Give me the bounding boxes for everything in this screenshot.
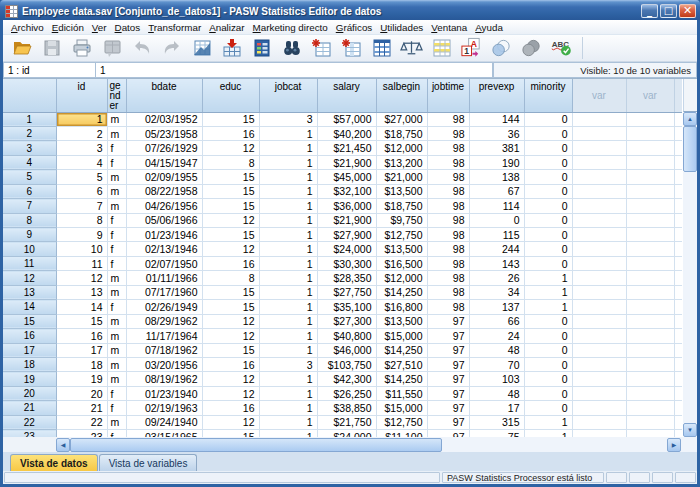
cell-bdate[interactable]: 05/23/1958 [126, 126, 202, 140]
cell-salary[interactable]: $27,900 [317, 228, 376, 242]
cell-gender[interactable]: m [107, 314, 126, 328]
cell-salary[interactable]: $42,300 [317, 372, 376, 386]
cell-var2[interactable] [626, 199, 674, 213]
cell-id[interactable]: 8 [56, 213, 107, 227]
cell-educ[interactable]: 8 [202, 271, 259, 285]
minimize-button[interactable]: _ [641, 4, 658, 18]
cell-jobtime[interactable]: 98 [427, 271, 469, 285]
cell-jobtime[interactable]: 97 [427, 386, 469, 400]
cell-prevexp[interactable]: 143 [469, 256, 524, 270]
cell-var2[interactable] [626, 213, 674, 227]
open-data-button[interactable] [10, 36, 33, 60]
cell-minority[interactable]: 0 [524, 126, 572, 140]
cell-var1[interactable] [572, 357, 626, 371]
cell-prevexp[interactable]: 103 [469, 372, 524, 386]
cell-id[interactable]: 22 [56, 415, 107, 429]
cell-salbegin[interactable]: $15,000 [376, 401, 427, 415]
cell-educ[interactable]: 16 [202, 401, 259, 415]
row-number[interactable]: 15 [3, 314, 56, 328]
recall-dialogs-button[interactable] [100, 36, 123, 60]
row-number[interactable]: 23 [3, 430, 56, 437]
split-file-button[interactable] [370, 36, 393, 60]
cell-prevexp[interactable]: 75 [469, 430, 524, 437]
cell-bdate[interactable]: 03/20/1956 [126, 357, 202, 371]
row-number[interactable]: 18 [3, 357, 56, 371]
cell-salary[interactable]: $57,000 [317, 112, 376, 126]
scroll-down-button[interactable]: ▼ [683, 423, 697, 437]
cell-jobcat[interactable]: 1 [259, 155, 317, 169]
cell-salbegin[interactable]: $12,750 [376, 228, 427, 242]
cell-educ[interactable]: 15 [202, 184, 259, 198]
cell-jobtime[interactable]: 97 [427, 430, 469, 437]
cell-prevexp[interactable]: 48 [469, 343, 524, 357]
cell-jobcat[interactable]: 1 [259, 430, 317, 437]
cell-jobtime[interactable]: 97 [427, 415, 469, 429]
cell-educ[interactable]: 12 [202, 372, 259, 386]
cell-jobtime[interactable]: 98 [427, 300, 469, 314]
column-header-gender[interactable]: gender [107, 79, 126, 112]
cell-minority[interactable]: 0 [524, 184, 572, 198]
cell-jobcat[interactable]: 1 [259, 285, 317, 299]
cell-gender[interactable]: m [107, 126, 126, 140]
cell-bdate[interactable]: 02/26/1949 [126, 300, 202, 314]
cell-salbegin[interactable]: $27,510 [376, 357, 427, 371]
cell-var2[interactable] [626, 300, 674, 314]
cell-prevexp[interactable]: 137 [469, 300, 524, 314]
cell-id[interactable]: 16 [56, 329, 107, 343]
cell-jobtime[interactable]: 98 [427, 213, 469, 227]
column-header-var-11[interactable]: var [626, 79, 674, 112]
cell-jobtime[interactable]: 98 [427, 170, 469, 184]
cell-salbegin[interactable]: $18,750 [376, 199, 427, 213]
cell-minority[interactable]: 0 [524, 112, 572, 126]
cell-salbegin[interactable]: $15,000 [376, 329, 427, 343]
tab-vista-de-variables[interactable]: Vista de variables [99, 454, 198, 471]
cell-var1[interactable] [572, 228, 626, 242]
row-number[interactable]: 13 [3, 285, 56, 299]
menu-marketing-directo[interactable]: Marketing directo [249, 22, 332, 33]
cell-educ[interactable]: 15 [202, 228, 259, 242]
cell-bdate[interactable]: 07/18/1962 [126, 343, 202, 357]
cell-minority[interactable]: 0 [524, 314, 572, 328]
horizontal-scrollbar[interactable]: ◀ ▶ [3, 437, 697, 452]
cell-var1[interactable] [572, 256, 626, 270]
cell-salary[interactable]: $24,000 [317, 430, 376, 437]
cell-bdate[interactable]: 02/03/1952 [126, 112, 202, 126]
cell-salbegin[interactable]: $11,550 [376, 386, 427, 400]
cell-educ[interactable]: 15 [202, 199, 259, 213]
row-number[interactable]: 9 [3, 228, 56, 242]
cell-salary[interactable]: $27,300 [317, 314, 376, 328]
cell-salbegin[interactable]: $9,750 [376, 213, 427, 227]
column-header-salbegin[interactable]: salbegin [376, 79, 427, 112]
row-number[interactable]: 3 [3, 141, 56, 155]
cell-jobtime[interactable]: 97 [427, 329, 469, 343]
cell-gender[interactable]: m [107, 372, 126, 386]
cell-var2[interactable] [626, 170, 674, 184]
cell-bdate[interactable]: 08/29/1962 [126, 314, 202, 328]
cell-jobtime[interactable]: 98 [427, 256, 469, 270]
menu-utilidades[interactable]: Utilidades [376, 22, 427, 33]
cell-educ[interactable]: 12 [202, 213, 259, 227]
cell-prevexp[interactable]: 190 [469, 155, 524, 169]
cell-gender[interactable]: f [107, 141, 126, 155]
cell-salbegin[interactable]: $18,750 [376, 126, 427, 140]
cell-salbegin[interactable]: $13,200 [376, 155, 427, 169]
cell-jobtime[interactable]: 97 [427, 357, 469, 371]
cell-jobcat[interactable]: 1 [259, 401, 317, 415]
cell-minority[interactable]: 0 [524, 199, 572, 213]
cell-var1[interactable] [572, 300, 626, 314]
cell-minority[interactable]: 0 [524, 357, 572, 371]
cell-salbegin[interactable]: $14,250 [376, 343, 427, 357]
cell-var1[interactable] [572, 343, 626, 357]
cell-gender[interactable]: m [107, 415, 126, 429]
cell-educ[interactable]: 12 [202, 329, 259, 343]
menu-datos[interactable]: Datos [111, 22, 145, 33]
cell-salbegin[interactable]: $13,500 [376, 314, 427, 328]
cell-id[interactable]: 20 [56, 386, 107, 400]
cell-bdate[interactable]: 02/19/1963 [126, 401, 202, 415]
cell-gender[interactable]: f [107, 213, 126, 227]
row-number[interactable]: 4 [3, 155, 56, 169]
scroll-right-button[interactable]: ▶ [667, 438, 681, 452]
cell-gender[interactable]: f [107, 155, 126, 169]
cell-prevexp[interactable]: 244 [469, 242, 524, 256]
cell-id[interactable]: 18 [56, 357, 107, 371]
